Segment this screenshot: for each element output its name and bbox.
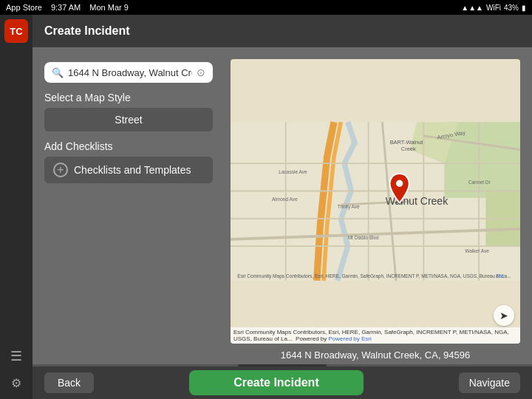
status-bar-right: ▲▲▲ WiFi 43% ▮ xyxy=(461,4,526,12)
status-bar: App Store 9:37 AM Mon Mar 9 ▲▲▲ WiFi 43%… xyxy=(0,0,532,15)
svg-point-23 xyxy=(396,180,403,187)
map-container[interactable]: Arroyo Way Lacassie Ave Almond Ave Trini… xyxy=(231,59,520,344)
map-attribution: Esri Community Maps Contributors, Esri, … xyxy=(231,327,520,344)
svg-text:Esri: Esri xyxy=(496,273,505,279)
svg-text:Creek: Creek xyxy=(401,146,416,152)
svg-text:Esri Community Maps Contributo: Esri Community Maps Contributors, Esri, … xyxy=(237,273,511,279)
main-content: 🔍 ⊙ Select a Map Style Street Add Checkl… xyxy=(33,47,532,366)
location-search-input[interactable] xyxy=(68,67,192,78)
map-style-label: Select a Map Style xyxy=(44,92,213,103)
search-box[interactable]: 🔍 ⊙ xyxy=(44,62,213,83)
svg-text:Lacassie Ave: Lacassie Ave xyxy=(279,169,307,174)
status-time: 9:37 AM xyxy=(51,3,81,12)
add-checklists-label: Add Checklists xyxy=(44,140,213,152)
navigate-button[interactable]: Navigate xyxy=(459,372,520,393)
plus-circle-icon: + xyxy=(53,163,68,177)
svg-text:BART-Walnut: BART-Walnut xyxy=(390,139,424,146)
app-store-label: App Store xyxy=(6,3,42,12)
battery-icon: ▮ xyxy=(522,4,526,12)
search-icon: 🔍 xyxy=(52,67,64,78)
sidebar-logo[interactable]: TC xyxy=(4,19,28,43)
bottom-toolbar: Back Create Incident Navigate xyxy=(33,366,532,399)
gear-icon[interactable]: ⚙ xyxy=(11,376,21,390)
map-style-section: Select a Map Style Street xyxy=(44,92,213,132)
svg-text:Mt Diablo Blvd: Mt Diablo Blvd xyxy=(348,235,379,240)
svg-text:Almond Ave: Almond Ave xyxy=(272,197,298,202)
street-style-button[interactable]: Street xyxy=(44,108,213,132)
battery-label: 43% xyxy=(504,4,519,12)
sidebar: TC ☰ ⚙ xyxy=(0,15,33,399)
svg-text:Trinity Ave: Trinity Ave xyxy=(338,204,360,210)
status-date: Mon Mar 9 xyxy=(89,3,129,12)
header: Create Incident xyxy=(33,15,532,47)
map-compass-button[interactable]: ➤ xyxy=(494,305,514,326)
checklists-templates-button[interactable]: + Checklists and Templates xyxy=(44,157,213,183)
wifi-icon: WiFi xyxy=(486,4,501,12)
checklists-section: Add Checklists + Checklists and Template… xyxy=(44,140,213,183)
create-incident-button[interactable]: Create Incident xyxy=(189,370,364,395)
signal-icon: ▲▲▲ xyxy=(461,4,483,12)
map-address: 1644 N Broadway, Walnut Creek, CA, 94596 xyxy=(281,349,471,361)
menu-icon[interactable]: ☰ xyxy=(10,348,22,364)
checklists-button-label: Checklists and Templates xyxy=(74,164,191,176)
svg-text:Walker Ave: Walker Ave xyxy=(465,248,489,253)
status-bar-left: App Store 9:37 AM Mon Mar 9 xyxy=(6,3,129,12)
back-button[interactable]: Back xyxy=(44,372,94,393)
svg-text:Carmel Dr: Carmel Dr xyxy=(468,180,491,185)
header-title: Create Incident xyxy=(44,24,130,38)
right-panel: Arroyo Way Lacassie Ave Almond Ave Trini… xyxy=(225,47,532,366)
left-panel: 🔍 ⊙ Select a Map Style Street Add Checkl… xyxy=(33,47,225,366)
map-svg: Arroyo Way Lacassie Ave Almond Ave Trini… xyxy=(231,59,520,344)
location-target-icon[interactable]: ⊙ xyxy=(197,66,205,78)
